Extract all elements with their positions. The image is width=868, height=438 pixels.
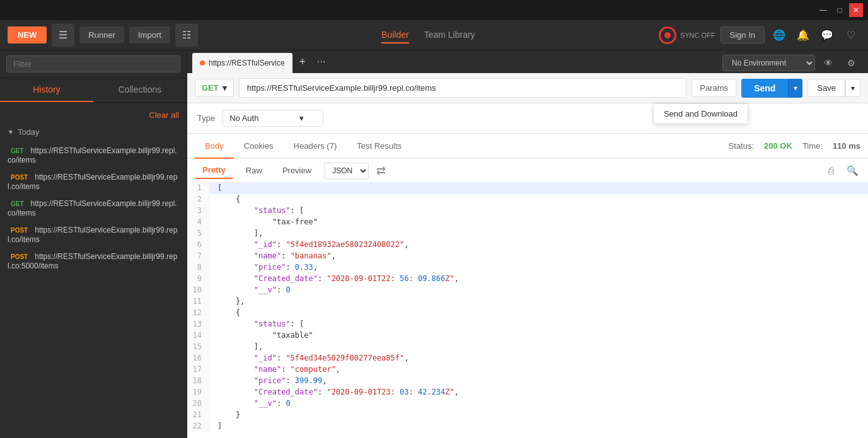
code-line: 17 "name": "computer", (187, 364, 868, 376)
line-number: 21 (187, 410, 210, 421)
code-line: 12 { (187, 308, 868, 319)
close-button[interactable]: ✕ (849, 3, 863, 17)
environment-selector[interactable]: No Environment (722, 55, 815, 71)
line-content: [ (210, 183, 222, 194)
request-tabs: https://RESTfulService + ··· No Environm… (187, 50, 868, 73)
line-number: 10 (187, 285, 210, 296)
runner-button[interactable]: Runner (79, 26, 124, 43)
workspace-button[interactable]: ☷ (175, 24, 198, 47)
line-content: "taxable" (210, 330, 313, 342)
sign-in-button[interactable]: Sign In (720, 26, 765, 43)
filter-input[interactable] (6, 55, 180, 72)
line-number: 13 (187, 319, 210, 330)
sidebar-toggle-button[interactable]: ☰ (52, 24, 74, 47)
list-item[interactable]: POSThttps://RESTfulServiceExample.billjr… (0, 168, 187, 195)
line-content: "status": [ (210, 205, 304, 217)
line-content: "__v": 0 (210, 285, 291, 296)
chat-button[interactable]: 💬 (818, 26, 836, 45)
resp-tab-headers[interactable]: Headers (7) (284, 134, 347, 159)
code-line: 1[ (187, 183, 868, 194)
import-button[interactable]: Import (129, 26, 170, 43)
view-preview-button[interactable]: Preview (275, 163, 319, 178)
line-content: "Created_date": "2020-09-01T23: 03: 42.2… (210, 387, 459, 398)
nav-tabs: Builder Team Library (203, 27, 654, 43)
today-chevron: ▼ (8, 129, 14, 135)
new-tab-button[interactable]: + (294, 53, 311, 71)
view-pretty-button[interactable]: Pretty (195, 162, 233, 179)
auth-chevron: ▾ (299, 113, 304, 123)
response-body: Pretty Raw Preview JSON XML HTML ⇄ ⎙ 🔍 1… (187, 159, 868, 438)
line-number: 22 (187, 421, 210, 432)
code-line: 15 ], (187, 342, 868, 353)
line-number: 18 (187, 376, 210, 387)
eye-icon[interactable]: 👁 (819, 54, 838, 72)
wrap-icon[interactable]: ⇄ (376, 164, 386, 178)
main-layout: History Collections Clear all ▼ Today GE… (0, 50, 868, 438)
code-line: 22] (187, 421, 868, 432)
url-bar: GET ▾ Params Send ▾ Save ▾ Send and Down… (187, 73, 868, 103)
line-content: "name": "bananas", (210, 251, 336, 262)
format-selector[interactable]: JSON XML HTML (324, 163, 369, 179)
bell-button[interactable]: 🔔 (794, 26, 813, 45)
resp-tab-cookies[interactable]: Cookies (234, 134, 284, 159)
code-line: 8 "price": 0.33, (187, 262, 868, 274)
list-item[interactable]: POSThttps://RESTfulServiceExample.billjr… (0, 221, 187, 248)
response-toolbar: Pretty Raw Preview JSON XML HTML ⇄ ⎙ 🔍 (187, 159, 868, 183)
line-number: 5 (187, 228, 210, 239)
new-button[interactable]: NEW (8, 26, 47, 43)
sync-area: SYNC OFF (659, 26, 715, 44)
resp-tab-test-results[interactable]: Test Results (347, 134, 412, 159)
tab-builder[interactable]: Builder (381, 27, 409, 43)
toolbar-right: SYNC OFF Sign In 🌐 🔔 💬 ♡ (659, 26, 860, 45)
code-line: 21 } (187, 410, 868, 421)
sidebar-tabs: History Collections (0, 78, 187, 103)
line-number: 14 (187, 330, 210, 342)
sidebar-tab-collections[interactable]: Collections (93, 78, 187, 102)
list-item[interactable]: POSThttps://RESTfulServiceExample.billjr… (0, 248, 187, 274)
request-tab-active[interactable]: https://RESTfulService (192, 53, 292, 73)
code-line: 5 ], (187, 228, 868, 239)
code-line: 7 "name": "bananas", (187, 251, 868, 262)
line-number: 8 (187, 262, 210, 274)
history-url: https://RESTfulServiceExample.billjr99.r… (8, 252, 177, 270)
time-value: 110 ms (833, 141, 860, 151)
code-line: 4 "tax-free" (187, 217, 868, 228)
auth-selector[interactable]: No Auth ▾ (223, 110, 323, 127)
line-content: { (210, 194, 240, 205)
sidebar-content: Clear all ▼ Today GEThttps://RESTfulServ… (0, 103, 187, 438)
heart-button[interactable]: ♡ (842, 26, 860, 45)
save-button[interactable]: Save (807, 79, 845, 97)
search-icon[interactable]: 🔍 (844, 163, 860, 179)
globe-button[interactable]: 🌐 (770, 26, 789, 45)
line-content: ] (210, 421, 222, 432)
minimize-button[interactable]: — (816, 3, 830, 17)
maximize-button[interactable]: □ (833, 3, 847, 17)
sidebar-tab-history[interactable]: History (0, 78, 93, 102)
params-button[interactable]: Params (692, 79, 736, 97)
copy-icon[interactable]: ⎙ (823, 163, 839, 179)
line-content: ], (210, 228, 263, 239)
send-button[interactable]: Send (741, 79, 788, 98)
method-badge: GET (8, 146, 27, 156)
send-dropdown-button[interactable]: ▾ (788, 79, 802, 98)
line-content: "price": 399.99, (210, 376, 327, 387)
line-number: 7 (187, 251, 210, 262)
list-item[interactable]: GEThttps://RESTfulServiceExample.billjr9… (0, 142, 187, 168)
line-content: "_id": "5f4ed34e5029f00277eea85f", (210, 353, 408, 364)
resp-tab-body[interactable]: Body (195, 134, 234, 159)
tab-modified-dot (200, 61, 205, 66)
view-raw-button[interactable]: Raw (238, 163, 270, 178)
send-download-popup[interactable]: Send and Download (653, 103, 748, 124)
tab-team-library[interactable]: Team Library (424, 27, 475, 43)
settings-icon[interactable]: ⚙ (842, 54, 860, 72)
url-input[interactable] (239, 78, 687, 98)
clear-all-button[interactable]: Clear all (141, 108, 187, 125)
save-dropdown-button[interactable]: ▾ (845, 79, 860, 97)
code-area: 1[2 {3 "status": [4 "tax-free"5 ],6 "_id… (187, 183, 868, 438)
code-line: 3 "status": [ (187, 205, 868, 217)
method-selector[interactable]: GET ▾ (195, 79, 234, 97)
code-line: 16 "_id": "5f4ed34e5029f00277eea85f", (187, 353, 868, 364)
more-tabs-button[interactable]: ··· (313, 53, 330, 71)
code-line: 13 "status": [ (187, 319, 868, 330)
list-item[interactable]: GEThttps://RESTfulServiceExample.billjr9… (0, 195, 187, 221)
